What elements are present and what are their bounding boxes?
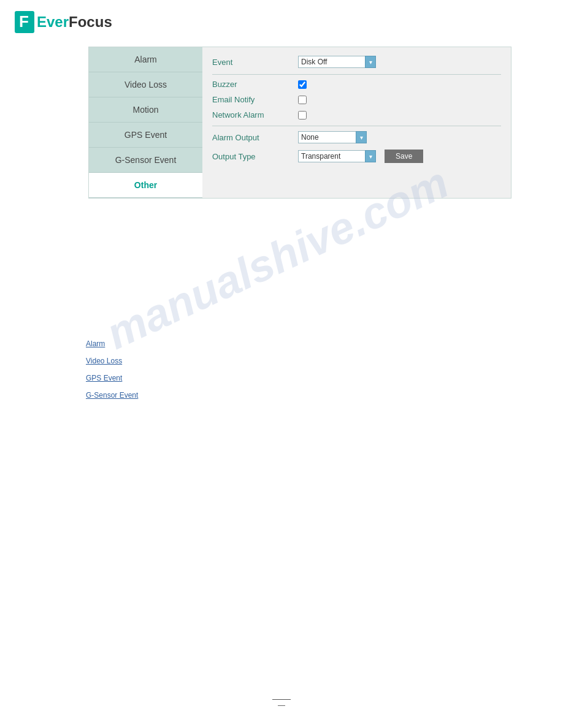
event-select-arrow-icon[interactable]: ▾ xyxy=(365,56,376,68)
email-notify-row: Email Notify xyxy=(212,95,501,104)
bottom-link-gps-event[interactable]: GPS Event xyxy=(86,374,122,382)
logo-text: EverFocus xyxy=(37,13,112,31)
alarm-output-select-arrow-icon[interactable]: ▾ xyxy=(356,131,367,143)
network-alarm-row: Network Alarm xyxy=(212,110,501,119)
sidebar-item-alarm[interactable]: Alarm xyxy=(89,47,202,72)
alarm-output-control: None Output 1 Output 2 ▾ xyxy=(298,131,367,143)
save-button[interactable]: Save xyxy=(385,150,423,163)
sidebar-item-video-loss[interactable]: Video Loss xyxy=(89,72,202,97)
alarm-output-row: Alarm Output None Output 1 Output 2 ▾ xyxy=(212,131,501,143)
divider-2 xyxy=(212,126,501,126)
output-type-label: Output Type xyxy=(212,152,298,161)
network-alarm-label: Network Alarm xyxy=(212,110,298,119)
output-type-control: Transparent Latching Momentary ▾ Save xyxy=(298,150,423,163)
main-content: Alarm Video Loss Motion GPS Event G-Sens… xyxy=(0,40,563,205)
network-alarm-checkbox[interactable] xyxy=(298,111,307,119)
content-area: Event Disk Off Disk Full Temperature ▾ B… xyxy=(202,47,511,198)
sidebar: Alarm Video Loss Motion GPS Event G-Sens… xyxy=(89,47,202,198)
bottom-link-g-sensor-event[interactable]: G-Sensor Event xyxy=(86,391,138,400)
event-label: Event xyxy=(212,58,298,67)
email-notify-label: Email Notify xyxy=(212,95,298,104)
logo: F EverFocus xyxy=(15,11,112,33)
sidebar-item-other[interactable]: Other xyxy=(89,173,202,198)
alarm-output-label: Alarm Output xyxy=(212,133,298,142)
output-type-row: Output Type Transparent Latching Momenta… xyxy=(212,150,501,163)
bottom-links: Alarm Video Loss GPS Event G-Sensor Even… xyxy=(0,339,563,400)
buzzer-control xyxy=(298,80,307,89)
event-control: Disk Off Disk Full Temperature ▾ xyxy=(298,56,376,68)
event-row: Event Disk Off Disk Full Temperature ▾ xyxy=(212,56,501,68)
email-notify-control xyxy=(298,96,307,104)
divider-1 xyxy=(212,74,501,75)
event-select-wrapper: Disk Off Disk Full Temperature ▾ xyxy=(298,56,376,68)
output-type-select[interactable]: Transparent Latching Momentary xyxy=(298,150,366,162)
page-number: — xyxy=(272,699,291,710)
sidebar-item-motion[interactable]: Motion xyxy=(89,97,202,123)
everfocus-logo-icon: F xyxy=(15,11,34,33)
network-alarm-control xyxy=(298,111,307,119)
bottom-link-video-loss[interactable]: Video Loss xyxy=(86,357,122,365)
output-type-select-wrapper: Transparent Latching Momentary ▾ xyxy=(298,150,376,162)
settings-panel: Alarm Video Loss Motion GPS Event G-Sens… xyxy=(88,47,511,199)
alarm-output-select-wrapper: None Output 1 Output 2 ▾ xyxy=(298,131,367,143)
buzzer-checkbox[interactable] xyxy=(298,80,307,89)
email-notify-checkbox[interactable] xyxy=(298,96,307,104)
svg-text:F: F xyxy=(19,12,29,31)
output-type-select-arrow-icon[interactable]: ▾ xyxy=(365,150,376,162)
buzzer-row: Buzzer xyxy=(212,80,501,89)
sidebar-item-gps-event[interactable]: GPS Event xyxy=(89,123,202,148)
alarm-output-select[interactable]: None Output 1 Output 2 xyxy=(298,131,356,143)
header: F EverFocus xyxy=(0,0,563,40)
buzzer-label: Buzzer xyxy=(212,80,298,89)
event-select[interactable]: Disk Off Disk Full Temperature xyxy=(298,56,366,68)
sidebar-item-g-sensor[interactable]: G-Sensor Event xyxy=(89,148,202,173)
bottom-link-alarm[interactable]: Alarm xyxy=(86,339,105,348)
